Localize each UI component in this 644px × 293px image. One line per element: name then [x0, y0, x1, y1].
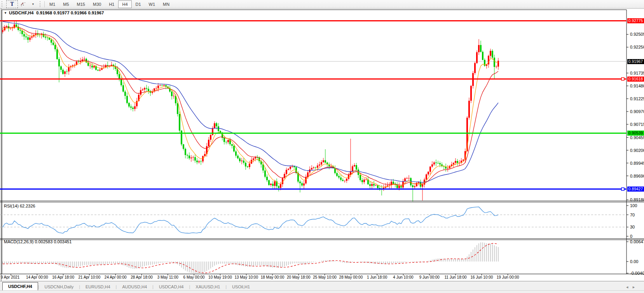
tab-scroll-left-icon: ◄: [625, 285, 632, 289]
hline-price-badge-0.89427: 0.89427: [627, 187, 644, 192]
svg-text:30: 30: [630, 225, 635, 229]
svg-text:70: 70: [630, 213, 635, 217]
svg-text:28 May 00:00: 28 May 00:00: [339, 275, 363, 279]
hline-price-badge-0.91618: 0.91618: [627, 77, 644, 82]
timeframe-button-W1[interactable]: W1: [145, 0, 159, 8]
toolbar-grip[interactable]: [2, 1, 4, 7]
timeframe-group: M1M5M15M30H1H4D1W1MN: [45, 0, 173, 8]
svg-text:9 Apr 2021: 9 Apr 2021: [1, 275, 20, 279]
timeframe-button-D1[interactable]: D1: [132, 0, 145, 8]
chart-canvas[interactable]: 0.925050.922500.917350.914800.912250.909…: [0, 0, 644, 293]
svg-text:21 Apr 10:00: 21 Apr 10:00: [79, 275, 101, 279]
svg-text:19 Jun 00:00: 19 Jun 00:00: [497, 275, 519, 279]
current-price-badge: 0.91967: [627, 59, 644, 64]
svg-text:0.006477: 0.006477: [630, 239, 644, 244]
svg-text:11 Jun 18:00: 11 Jun 18:00: [445, 275, 467, 279]
svg-text:0: 0: [630, 234, 632, 239]
svg-text:0.89180: 0.89180: [630, 197, 644, 202]
chart-tab-USDCNH-Daily[interactable]: USDCNH,Daily: [39, 283, 79, 291]
svg-text:0.92250: 0.92250: [630, 45, 644, 49]
timeframe-button-M1[interactable]: M1: [45, 0, 59, 8]
svg-text:14 Apr 00:00: 14 Apr 00:00: [26, 275, 48, 279]
timeframe-button-M5[interactable]: M5: [59, 0, 73, 8]
svg-text:24 Apr 00:00: 24 Apr 00:00: [105, 275, 127, 279]
styler-dropdown-caret[interactable]: ▼: [28, 0, 38, 8]
chart-tab-USDCAD-H4[interactable]: USDCAD,H4: [154, 283, 189, 291]
styler-icon[interactable]: [18, 0, 28, 8]
status-bar: [0, 290, 644, 293]
timeframe-button-H4[interactable]: H4: [118, 0, 131, 8]
svg-text:0.90200: 0.90200: [630, 148, 644, 153]
hline-handle-0.89427[interactable]: [621, 188, 624, 190]
tab-scroll-right-icon: ►: [632, 285, 639, 289]
toolbar-separator: [44, 1, 45, 7]
svg-text:3 May 11:00: 3 May 11:00: [157, 275, 179, 279]
svg-text:0.91480: 0.91480: [630, 84, 644, 88]
svg-text:0.92505: 0.92505: [630, 32, 644, 37]
chart-tab-XAUUSD-H1[interactable]: XAUUSD,H1: [190, 283, 225, 291]
svg-text:6 May 00:00: 6 May 00:00: [183, 275, 205, 279]
svg-text:16 Jun 10:00: 16 Jun 10:00: [470, 275, 493, 279]
hline-price-badge-0.90539: 0.90539: [627, 131, 644, 136]
svg-text:0.90455: 0.90455: [630, 135, 644, 140]
svg-text:9 Jun 00:00: 9 Jun 00:00: [419, 275, 440, 279]
timeframe-button-M15[interactable]: M15: [73, 0, 89, 8]
hline-price-badge-0.92775: 0.92775: [627, 18, 644, 23]
svg-text:4 Jun 10:00: 4 Jun 10:00: [393, 275, 414, 279]
svg-text:18 May 00:00: 18 May 00:00: [261, 275, 284, 279]
svg-text:0.89945: 0.89945: [630, 161, 644, 166]
svg-text:0.89690: 0.89690: [630, 174, 644, 178]
svg-text:25 May 10:00: 25 May 10:00: [313, 275, 337, 279]
svg-text:28 Apr 18:00: 28 Apr 18:00: [131, 275, 153, 279]
text-tool-button[interactable]: T: [6, 0, 18, 8]
svg-text:-0.004073: -0.004073: [630, 271, 644, 276]
toolbar-grip-2[interactable]: [40, 1, 42, 7]
chart-tab-USOil-H1[interactable]: USOil,H1: [227, 283, 255, 291]
svg-text:13 May 10:00: 13 May 10:00: [234, 275, 258, 279]
timeframe-button-MN[interactable]: MN: [159, 0, 173, 8]
svg-text:0.90715: 0.90715: [630, 122, 644, 127]
svg-text:0.90970: 0.90970: [630, 109, 644, 114]
chart-tab-bar: USDCHF,H4|USDCNH,Daily|EURUSD,H4|AUDUSD,…: [0, 281, 644, 291]
chart-tab-USDCHF-H4[interactable]: USDCHF,H4: [2, 282, 38, 291]
tab-scroll-arrows[interactable]: ◄►: [625, 285, 639, 289]
svg-text:20 May 18:00: 20 May 18:00: [287, 275, 311, 279]
timeframe-button-H1[interactable]: H1: [105, 0, 118, 8]
svg-text:100: 100: [630, 203, 637, 208]
svg-text:0.91735: 0.91735: [630, 71, 644, 75]
svg-text:0.00: 0.00: [630, 259, 638, 264]
toolbar: T ▼ M1M5M15M30H1H4D1W1MN: [0, 0, 644, 9]
hline-handle-0.91618[interactable]: [621, 78, 624, 80]
svg-text:1 Jun 18:00: 1 Jun 18:00: [367, 275, 387, 279]
chart-tab-AUDUSD-H4[interactable]: AUDUSD,H4: [117, 283, 152, 291]
svg-text:16 Apr 18:00: 16 Apr 18:00: [52, 275, 74, 279]
timeframe-button-M30[interactable]: M30: [89, 0, 105, 8]
chart-tab-EURUSD-H4[interactable]: EURUSD,H4: [80, 283, 116, 291]
mt4-window: T ▼ M1M5M15M30H1H4D1W1MN 0.925050.922500…: [0, 0, 644, 293]
svg-text:10 May 19:00: 10 May 19:00: [208, 275, 232, 279]
svg-text:0.91225: 0.91225: [630, 96, 644, 101]
